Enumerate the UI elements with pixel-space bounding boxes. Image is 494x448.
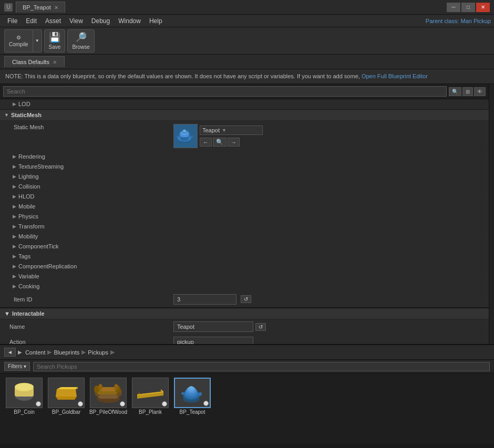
asset-item-goldbar[interactable]: BP_Goldbar xyxy=(46,378,86,415)
physics-item[interactable]: ▶ Physics xyxy=(0,212,489,222)
svg-point-25 xyxy=(98,384,102,390)
name-input[interactable] xyxy=(173,321,253,332)
asset-select-dropdown[interactable]: Teapot ▼ xyxy=(200,126,263,135)
item-id-reset-btn[interactable]: ↺ xyxy=(241,295,251,303)
nav-back-btn[interactable]: ◄ xyxy=(4,348,16,357)
menu-edit[interactable]: Edit xyxy=(22,16,41,26)
transform-item[interactable]: ▶ Transform xyxy=(0,222,489,232)
lod-arrow-icon: ▶ xyxy=(13,101,16,107)
breadcrumb-bar: ◄ ▶ Content ▶ Blueprints ▶ Pickups ▶ xyxy=(0,345,494,360)
asset-item-teapot[interactable]: BP_Teapot xyxy=(172,378,212,415)
tags-item[interactable]: ▶ Tags xyxy=(0,252,489,262)
asset-item-coin[interactable]: BP_Coin xyxy=(4,378,44,415)
rendering-item[interactable]: ▶ Rendering xyxy=(0,152,489,162)
svg-point-11 xyxy=(17,384,32,390)
variable-item[interactable]: ▶ Variable xyxy=(0,272,489,282)
item-id-input[interactable] xyxy=(173,294,236,305)
parent-class-value: Man Pickup xyxy=(461,18,491,24)
asset-type-circle-coin xyxy=(36,401,41,407)
svg-marker-14 xyxy=(56,389,77,397)
engine-icon: U xyxy=(4,3,13,12)
asset-grid: BP_Coin BP_Goldbar xyxy=(0,373,494,419)
search-input[interactable] xyxy=(3,86,447,97)
static-mesh-value: Teapot ▼ ← 🔍 → xyxy=(173,124,483,148)
breadcrumb-sep-1: ▶ xyxy=(47,349,52,356)
grid-view-btn[interactable]: ⊞ xyxy=(462,87,473,96)
compile-dropdown-arrow[interactable]: ▼ xyxy=(33,29,42,53)
interactable-header[interactable]: ▼ Interactable xyxy=(0,308,489,319)
title-tab[interactable]: BP_Teapot ✕ xyxy=(16,2,65,13)
texture-streaming-item[interactable]: ▶ TextureStreaming xyxy=(0,162,489,172)
menu-file[interactable]: File xyxy=(3,16,22,26)
asset-type-circle-plank xyxy=(162,401,167,407)
static-mesh-header[interactable]: ▼ StaticMesh xyxy=(0,110,489,121)
svg-rect-24 xyxy=(100,387,116,391)
asset-back-btn[interactable]: ← xyxy=(200,138,212,147)
tab-bar: Class Defaults ✕ xyxy=(0,55,494,69)
component-tick-arrow-icon: ▶ xyxy=(13,244,16,249)
maximize-button[interactable]: □ xyxy=(461,3,475,12)
menu-debug[interactable]: Debug xyxy=(87,16,114,26)
cooking-item[interactable]: ▶ Cooking xyxy=(0,282,489,291)
filters-button[interactable]: Filters ▾ xyxy=(4,362,30,371)
tab-class-defaults[interactable]: Class Defaults ✕ xyxy=(4,56,65,67)
minimize-button[interactable]: ─ xyxy=(447,3,460,12)
svg-point-7 xyxy=(180,137,189,141)
menu-asset[interactable]: Asset xyxy=(41,16,65,26)
svg-point-37 xyxy=(189,387,193,390)
asset-forward-btn[interactable]: → xyxy=(228,138,240,147)
title-bar: U BP_Teapot ✕ ─ □ ✕ xyxy=(0,0,494,15)
menu-help[interactable]: Help xyxy=(145,16,167,26)
save-button[interactable]: 💾 Save xyxy=(44,29,66,53)
title-close-btn[interactable]: ✕ xyxy=(54,5,58,11)
compile-main[interactable]: ⚙ Compile xyxy=(4,29,33,53)
svg-marker-12 xyxy=(56,397,77,400)
action-row: Action xyxy=(0,335,489,344)
lod-header[interactable]: ▶ LOD xyxy=(0,99,489,109)
breadcrumb-sep-2: ▶ xyxy=(81,349,86,356)
menu-window[interactable]: Window xyxy=(114,16,145,26)
scrollbar[interactable] xyxy=(489,84,494,344)
search-btn[interactable]: 🔍 xyxy=(449,87,461,96)
name-reset-btn[interactable]: ↺ xyxy=(255,323,266,331)
browse-button[interactable]: 🔎 Browse xyxy=(67,29,94,53)
asset-type-circle-goldbar xyxy=(78,401,83,407)
mobility-item[interactable]: ▶ Mobility xyxy=(0,232,489,242)
asset-label-plank: BP_Plank xyxy=(139,409,162,415)
svg-point-26 xyxy=(114,384,118,390)
breadcrumb-blueprints[interactable]: Blueprints xyxy=(54,349,79,356)
svg-marker-30 xyxy=(161,389,163,391)
variable-arrow-icon: ▶ xyxy=(13,274,16,279)
hlod-arrow-icon: ▶ xyxy=(13,194,16,199)
lighting-item[interactable]: ▶ Lighting xyxy=(0,172,489,182)
asset-search-btn[interactable]: 🔍 xyxy=(213,138,227,147)
mobile-item[interactable]: ▶ Mobile xyxy=(0,202,489,212)
static-mesh-label: Static Mesh xyxy=(5,124,173,130)
breadcrumb-pickups[interactable]: Pickups xyxy=(88,349,108,356)
filter-bar: Filters ▾ xyxy=(0,360,494,373)
compile-button-split[interactable]: ⚙ Compile ▼ xyxy=(4,29,42,53)
lighting-arrow-icon: ▶ xyxy=(13,174,16,179)
lod-section: ▶ LOD xyxy=(0,99,489,110)
svg-rect-16 xyxy=(61,387,78,389)
component-replication-item[interactable]: ▶ ComponentReplication xyxy=(0,262,489,272)
tab-close-btn[interactable]: ✕ xyxy=(53,59,57,65)
collision-item[interactable]: ▶ Collision xyxy=(0,182,489,192)
action-input[interactable] xyxy=(173,337,253,344)
hlod-item[interactable]: ▶ HLOD xyxy=(0,192,489,202)
breadcrumb-root-icon: ▶ xyxy=(18,349,22,355)
menu-view[interactable]: View xyxy=(65,16,87,26)
asset-item-wood[interactable]: BP_PileOfWood xyxy=(88,378,128,415)
tab-title: BP_Teapot xyxy=(23,4,51,11)
transform-arrow-icon: ▶ xyxy=(13,224,16,229)
component-tick-item[interactable]: ▶ ComponentTick xyxy=(0,242,489,252)
open-full-editor-link[interactable]: Open Full Blueprint Editor xyxy=(362,73,428,79)
filter-search-input[interactable] xyxy=(33,362,490,371)
interactable-section: ▼ Interactable Name ↺ Action Public View xyxy=(0,308,489,344)
breadcrumb-content[interactable]: Content xyxy=(25,349,46,356)
close-button[interactable]: ✕ xyxy=(476,3,490,12)
properties-panel: 🔍 ⊞ 👁 ▶ LOD ▼ StaticMesh Static Mesh xyxy=(0,84,489,344)
physics-arrow-icon: ▶ xyxy=(13,214,16,219)
visibility-btn[interactable]: 👁 xyxy=(474,87,486,96)
asset-item-plank[interactable]: BP_Plank xyxy=(130,378,170,415)
